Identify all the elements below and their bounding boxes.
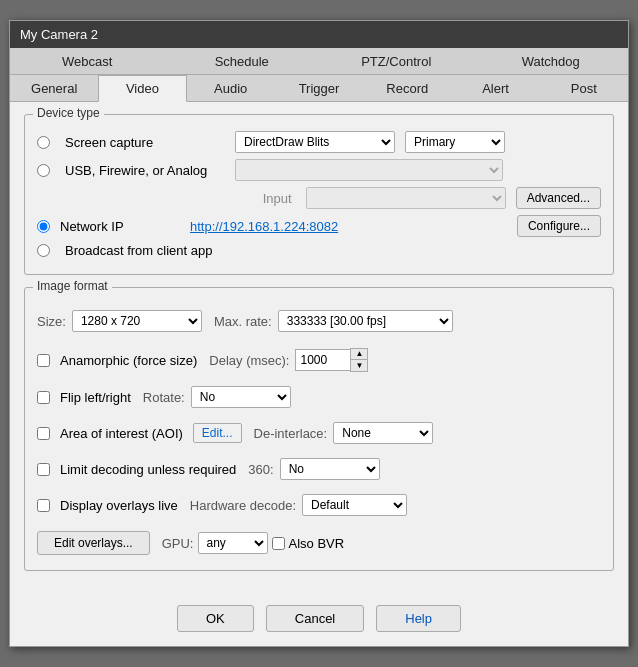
- broadcast-row: Broadcast from client app: [37, 243, 601, 258]
- maxrate-label: Max. rate:: [214, 314, 272, 329]
- input-select[interactable]: [306, 187, 506, 209]
- network-ip-label: Network IP: [60, 219, 180, 234]
- anamorphic-row: Anamorphic (force size): [37, 348, 197, 372]
- hwdecode-row: Hardware decode: Default: [190, 494, 407, 516]
- anamorphic-checkbox[interactable]: [37, 354, 50, 367]
- rotate-row: Rotate: No: [143, 386, 291, 408]
- tab-watchdog[interactable]: Watchdog: [474, 48, 629, 74]
- advanced-button[interactable]: Advanced...: [516, 187, 601, 209]
- tab-general[interactable]: General: [10, 75, 98, 101]
- tab-trigger[interactable]: Trigger: [275, 75, 363, 101]
- flip-checkbox[interactable]: [37, 391, 50, 404]
- limit-360-row: Limit decoding unless required 360: No: [37, 452, 601, 486]
- display-overlays-row: Display overlays live: [37, 494, 178, 516]
- device-type-label: Device type: [33, 106, 104, 120]
- network-ip-row: Network IP http://192.168.1.224:8082 Con…: [37, 215, 601, 237]
- delay-spinner: 1000 ▲ ▼: [295, 348, 368, 372]
- anamorphic-delay-row: Anamorphic (force size) Delay (msec): 10…: [37, 342, 601, 378]
- gpu-label: GPU:: [162, 536, 194, 551]
- configure-button[interactable]: Configure...: [517, 215, 601, 237]
- bottom-tab-row: General Video Audio Trigger Record Alert…: [10, 75, 628, 102]
- s360-row: 360: No: [248, 458, 379, 480]
- edit-overlays-col: Edit overlays...: [37, 531, 150, 555]
- display-overlays-checkbox[interactable]: [37, 499, 50, 512]
- tab-schedule[interactable]: Schedule: [165, 48, 320, 74]
- top-tab-row: Webcast Schedule PTZ/Control Watchdog: [10, 48, 628, 75]
- deinterlace-select[interactable]: None: [333, 422, 433, 444]
- delay-row: Delay (msec): 1000 ▲ ▼: [209, 348, 368, 372]
- s360-label: 360:: [248, 462, 273, 477]
- rotate-label: Rotate:: [143, 390, 185, 405]
- gpu-select[interactable]: any: [198, 532, 268, 554]
- ok-button[interactable]: OK: [177, 605, 254, 632]
- main-content: Device type Screen capture DirectDraw Bl…: [10, 102, 628, 595]
- limit-row: Limit decoding unless required: [37, 458, 236, 480]
- overlays-hwdecode-row: Display overlays live Hardware decode: D…: [37, 488, 601, 522]
- network-ip-radio[interactable]: [37, 220, 50, 233]
- limit-label: Limit decoding unless required: [60, 462, 236, 477]
- tab-post[interactable]: Post: [540, 75, 628, 101]
- deinterlace-row: De-interlace: None: [254, 422, 434, 444]
- rotate-select[interactable]: No: [191, 386, 291, 408]
- device-type-content: Screen capture DirectDraw Blits Primary …: [37, 131, 601, 258]
- window-title: My Camera 2: [20, 27, 98, 42]
- spinner-up[interactable]: ▲: [351, 349, 367, 360]
- maxrate-row: Max. rate: 333333 [30.00 fps]: [214, 310, 453, 332]
- hwdecode-label: Hardware decode:: [190, 498, 296, 513]
- image-format-content: Size: 1280 x 720 Max. rate: 333333 [30.0…: [37, 304, 601, 560]
- usb-device-select[interactable]: [235, 159, 503, 181]
- image-format-label: Image format: [33, 279, 112, 293]
- edit-overlays-button[interactable]: Edit overlays...: [37, 531, 150, 555]
- primary-select[interactable]: Primary: [405, 131, 505, 153]
- device-type-group: Device type Screen capture DirectDraw Bl…: [24, 114, 614, 275]
- tab-video[interactable]: Video: [98, 75, 186, 102]
- tab-record[interactable]: Record: [363, 75, 451, 101]
- display-overlays-label: Display overlays live: [60, 498, 178, 513]
- screen-capture-label: Screen capture: [65, 135, 225, 150]
- maxrate-select[interactable]: 333333 [30.00 fps]: [278, 310, 453, 332]
- spinner-buttons: ▲ ▼: [350, 348, 368, 372]
- network-ip-url[interactable]: http://192.168.1.224:8082: [190, 219, 338, 234]
- image-format-group: Image format Size: 1280 x 720 Max. rate:…: [24, 287, 614, 571]
- tab-audio[interactable]: Audio: [187, 75, 275, 101]
- aoi-edit-button[interactable]: Edit...: [193, 423, 242, 443]
- size-maxrate-row: Size: 1280 x 720 Max. rate: 333333 [30.0…: [37, 304, 601, 338]
- delay-input[interactable]: 1000: [295, 349, 350, 371]
- limit-checkbox[interactable]: [37, 463, 50, 476]
- aoi-deinterlace-row: Area of interest (AOI) Edit... De-interl…: [37, 416, 601, 450]
- also-bvr-checkbox[interactable]: [272, 537, 285, 550]
- flip-rotate-row: Flip left/right Rotate: No: [37, 380, 601, 414]
- broadcast-radio[interactable]: [37, 244, 50, 257]
- input-label: Input: [263, 191, 292, 206]
- cancel-button[interactable]: Cancel: [266, 605, 364, 632]
- tab-alert[interactable]: Alert: [451, 75, 539, 101]
- delay-label: Delay (msec):: [209, 353, 289, 368]
- input-row: Input Advanced...: [37, 187, 601, 209]
- flip-label: Flip left/right: [60, 390, 131, 405]
- screen-capture-radio[interactable]: [37, 136, 50, 149]
- aoi-row: Area of interest (AOI) Edit...: [37, 422, 242, 444]
- tab-webcast[interactable]: Webcast: [10, 48, 165, 74]
- gpu-row: GPU: any Also BVR: [162, 532, 344, 554]
- also-bvr-label: Also BVR: [289, 536, 345, 551]
- editoverlays-gpu-row: Edit overlays... GPU: any Also BVR: [37, 526, 601, 560]
- hwdecode-select[interactable]: Default: [302, 494, 407, 516]
- aoi-checkbox[interactable]: [37, 427, 50, 440]
- aoi-label: Area of interest (AOI): [60, 426, 183, 441]
- broadcast-label: Broadcast from client app: [65, 243, 212, 258]
- title-bar: My Camera 2: [10, 21, 628, 48]
- footer: OK Cancel Help: [10, 595, 628, 646]
- tab-ptz-control[interactable]: PTZ/Control: [319, 48, 474, 74]
- usb-label: USB, Firewire, or Analog: [65, 163, 225, 178]
- deinterlace-label: De-interlace:: [254, 426, 328, 441]
- spinner-down[interactable]: ▼: [351, 360, 367, 371]
- screen-capture-row: Screen capture DirectDraw Blits Primary: [37, 131, 601, 153]
- size-select[interactable]: 1280 x 720: [72, 310, 202, 332]
- help-button[interactable]: Help: [376, 605, 461, 632]
- directdraw-select[interactable]: DirectDraw Blits: [235, 131, 395, 153]
- usb-radio[interactable]: [37, 164, 50, 177]
- main-window: My Camera 2 Webcast Schedule PTZ/Control…: [9, 20, 629, 647]
- flip-row: Flip left/right: [37, 386, 131, 408]
- anamorphic-label: Anamorphic (force size): [60, 353, 197, 368]
- s360-select[interactable]: No: [280, 458, 380, 480]
